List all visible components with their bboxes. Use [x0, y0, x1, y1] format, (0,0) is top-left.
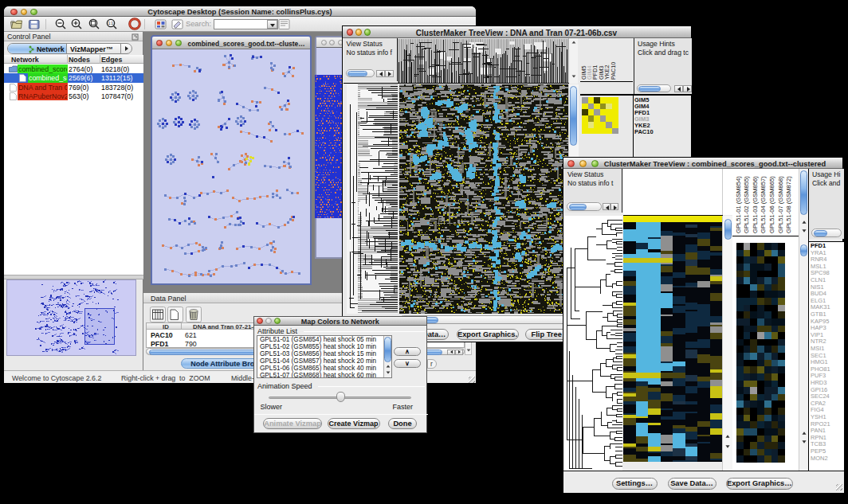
svg-text:GPL51-04 (GSM857): GPL51-04 (GSM857) [760, 176, 767, 233]
svg-text:GPL51-03 (GSM856): GPL51-03 (GSM856) [752, 176, 759, 233]
svg-text:PAC10: PAC10 [609, 62, 616, 80]
svg-text:GPL51-08 (GSM872): GPL51-08 (GSM872) [785, 176, 792, 233]
svg-text:GPL51-06 (GSM865): GPL51-06 (GSM865) [768, 176, 775, 233]
svg-text:GPL51-02 (GSM855): GPL51-02 (GSM855) [743, 176, 750, 233]
svg-text:GPL51-01 (GSM854): GPL51-01 (GSM854) [735, 176, 742, 233]
svg-text:1:1: 1:1 [108, 21, 114, 25]
svg-text:GPL51-07 (GSM868): GPL51-07 (GSM868) [777, 176, 784, 233]
